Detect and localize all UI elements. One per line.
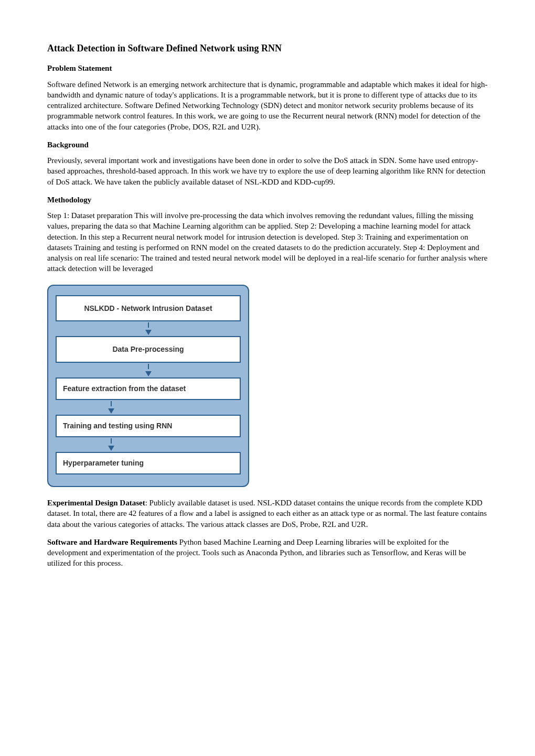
flowchart-node-feature-extraction: Feature extraction from the dataset: [56, 377, 241, 400]
document-title: Attack Detection in Software Defined Net…: [47, 42, 488, 55]
heading-methodology: Methodology: [47, 195, 488, 205]
paragraph-experimental-design: Experimental Design Dataset: Publicly av…: [47, 498, 488, 530]
lead-software-hardware: Software and Hardware Requirements: [47, 538, 177, 546]
figure-diagram: NSLKDD - Network Intrusion Dataset Data …: [47, 285, 488, 487]
heading-background: Background: [47, 139, 488, 150]
flowchart-node-training: Training and testing using RNN: [56, 415, 241, 437]
paragraph-software-hardware: Software and Hardware Requirements Pytho…: [47, 537, 488, 569]
paragraph-methodology: Step 1: Dataset preparation This will in…: [47, 210, 488, 274]
flowchart-node-dataset: NSLKDD - Network Intrusion Dataset: [56, 295, 241, 322]
arrow-down-icon: [108, 438, 114, 451]
flowchart-node-hyperparameter: Hyperparameter tuning: [56, 452, 241, 474]
arrow-down-icon: [145, 364, 152, 376]
arrow-down-icon: [108, 401, 114, 414]
paragraph-problem-statement: Software defined Network is an emerging …: [47, 79, 488, 132]
flowchart-container: NSLKDD - Network Intrusion Dataset Data …: [47, 285, 249, 487]
arrow-down-icon: [145, 322, 152, 335]
flowchart-node-preprocessing: Data Pre-processing: [56, 336, 241, 363]
heading-problem-statement: Problem Statement: [47, 63, 488, 73]
paragraph-background: Previously, several important work and i…: [47, 155, 488, 187]
lead-experimental-design: Experimental Design Dataset: [47, 499, 145, 507]
